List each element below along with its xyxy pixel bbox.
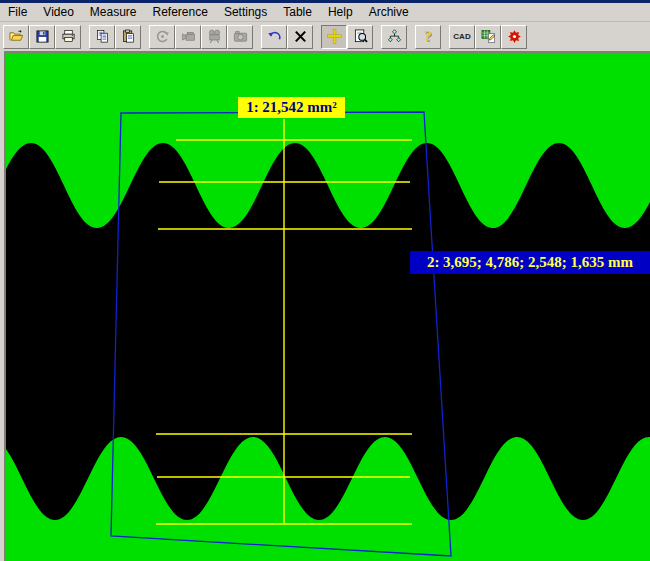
copy-button[interactable] [89, 25, 115, 49]
film-camera-icon [206, 29, 223, 44]
help-button[interactable]: ? [415, 25, 441, 49]
menu-settings[interactable]: Settings [216, 4, 275, 20]
red-gear-icon [506, 29, 523, 44]
delete-x-icon [292, 29, 309, 44]
menu-bar: File Video Measure Reference Settings Ta… [0, 3, 650, 22]
floppy-disk-icon [34, 29, 51, 44]
app-window: File Video Measure Reference Settings Ta… [0, 0, 650, 561]
live-video-button [149, 25, 175, 49]
print-button[interactable] [55, 25, 81, 49]
open-file-button[interactable] [3, 25, 29, 49]
question-mark-icon: ? [424, 28, 432, 45]
menu-help[interactable]: Help [320, 4, 361, 20]
preview-button[interactable] [347, 25, 373, 49]
settings-button[interactable] [501, 25, 527, 49]
film-camera-button [201, 25, 227, 49]
menu-reference[interactable]: Reference [145, 4, 216, 20]
undo-arrow-icon [266, 29, 283, 44]
printer-icon [60, 29, 77, 44]
cad-button[interactable]: CAD [449, 25, 475, 49]
measurement-label-area-measurement[interactable]: 1: 21,542 mm² [238, 97, 345, 118]
crosshair-icon [326, 29, 343, 44]
paste-button[interactable] [115, 25, 141, 49]
cad-label: CAD [453, 32, 470, 41]
photo-camera-icon [232, 29, 249, 44]
measurement-label-distance-measurement[interactable]: 2: 3,695; 4,786; 2,548; 1,635 mm [410, 251, 650, 274]
undo-button[interactable] [261, 25, 287, 49]
delete-button[interactable] [287, 25, 313, 49]
live-video-icon [154, 29, 171, 44]
photo-camera-button [227, 25, 253, 49]
paste-icon [120, 29, 137, 44]
menu-archive[interactable]: Archive [361, 4, 417, 20]
measurement-canvas[interactable]: 1: 21,542 mm²2: 3,695; 4,786; 2,548; 1,6… [4, 51, 650, 561]
crosshair-button[interactable] [321, 25, 347, 49]
tree-diagram-icon [386, 29, 403, 44]
excel-export-button[interactable] [475, 25, 501, 49]
menu-video[interactable]: Video [35, 4, 81, 20]
page-magnifier-icon [352, 29, 369, 44]
video-camera-icon [180, 29, 197, 44]
tree-view-button[interactable] [381, 25, 407, 49]
menu-file[interactable]: File [0, 4, 35, 20]
toolbar: ? CAD [0, 22, 650, 51]
video-scene [6, 53, 650, 561]
save-button[interactable] [29, 25, 55, 49]
video-camera-button [175, 25, 201, 49]
menu-measure[interactable]: Measure [82, 4, 145, 20]
spreadsheet-export-icon [480, 29, 497, 44]
copy-icon [94, 29, 111, 44]
menu-table[interactable]: Table [275, 4, 320, 20]
open-folder-icon [8, 29, 25, 44]
